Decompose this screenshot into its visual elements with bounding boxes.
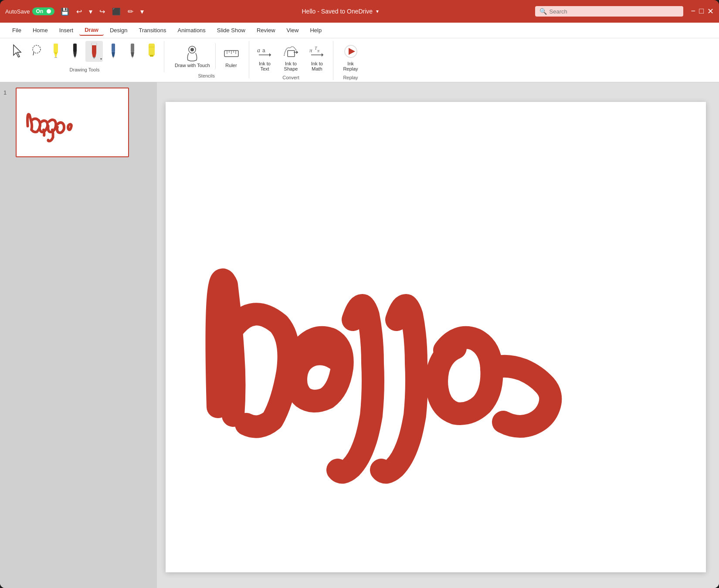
replay-group: Ink Replay Replay xyxy=(333,41,368,80)
gray-pen-button[interactable] xyxy=(124,41,141,62)
convert-group: a a Ink to Text Ink to Shape xyxy=(249,41,333,80)
titlebar-icons: 💾 ↩ ▾ ↪ ⬛ ✏ ▾ xyxy=(59,6,146,17)
svg-rect-21 xyxy=(150,55,153,57)
replay-label: Replay xyxy=(343,73,358,80)
blue-pen-icon xyxy=(109,43,118,59)
slide-panel: 1 xyxy=(0,82,157,588)
ruler-label: Ruler xyxy=(225,63,237,68)
search-input[interactable] xyxy=(549,8,679,15)
slide-thumb-hello-svg xyxy=(17,88,128,156)
maximize-icon[interactable]: □ xyxy=(699,7,704,16)
svg-marker-12 xyxy=(92,53,96,57)
lasso-tool-button[interactable] xyxy=(28,41,45,61)
redo-icon[interactable]: ↪ xyxy=(98,6,107,17)
drawing-tools-label: Drawing Tools xyxy=(70,65,100,72)
yellow-marker-icon xyxy=(147,43,156,59)
svg-rect-3 xyxy=(54,44,58,53)
arrow-select-icon xyxy=(11,43,24,59)
svg-marker-9 xyxy=(74,57,76,58)
ink-to-shape-button[interactable]: Ink to Shape xyxy=(279,41,303,73)
ink-to-text-label: Ink to Text xyxy=(259,61,271,71)
svg-marker-16 xyxy=(112,57,114,58)
main-slide-area[interactable] xyxy=(157,82,719,588)
svg-rect-7 xyxy=(73,44,77,52)
black-pen-icon xyxy=(70,43,80,59)
search-box[interactable]: 🔍 xyxy=(535,6,683,17)
ink-to-math-icon: π T π xyxy=(308,43,327,61)
svg-marker-8 xyxy=(73,52,77,57)
file-chevron-icon[interactable]: ▾ xyxy=(376,8,379,14)
minimize-icon[interactable]: − xyxy=(691,7,696,16)
svg-marker-18 xyxy=(131,52,134,57)
autosave-section: AutoSave On xyxy=(5,7,54,15)
ink-to-math-label: Ink to Math xyxy=(311,61,323,71)
convert-label: Convert xyxy=(282,73,299,80)
svg-point-24 xyxy=(190,48,194,51)
menu-bar: File Home Insert Draw Design Transitions… xyxy=(0,23,719,38)
save-icon[interactable]: 💾 xyxy=(59,6,71,17)
svg-marker-15 xyxy=(112,52,115,57)
draw-with-touch-button[interactable]: Draw with Touch xyxy=(170,43,216,70)
customize-icon[interactable]: ▾ xyxy=(139,6,146,17)
present-icon[interactable]: ⬛ xyxy=(110,6,122,17)
yellow-highlighter-button[interactable] xyxy=(47,41,64,62)
menu-slideshow[interactable]: Slide Show xyxy=(212,25,251,35)
red-pen-button[interactable]: ▾ xyxy=(85,41,103,62)
black-pen-button[interactable] xyxy=(66,41,84,62)
slide-thumbnail[interactable] xyxy=(16,88,129,157)
draw-with-touch-icon xyxy=(183,44,201,63)
menu-design[interactable]: Design xyxy=(105,25,132,35)
ink-replay-label: Ink Replay xyxy=(343,61,358,71)
svg-marker-13 xyxy=(93,57,95,59)
undo-dropdown-icon[interactable]: ▾ xyxy=(87,6,94,17)
ribbon: ▾ xyxy=(0,38,719,82)
draw-with-touch-label: Draw with Touch xyxy=(175,63,210,68)
stencils-label: Stencils xyxy=(198,71,215,78)
ink-to-shape-label: Ink to Shape xyxy=(284,61,298,71)
touch-icon[interactable]: ✏ xyxy=(126,6,135,17)
svg-rect-34 xyxy=(288,51,295,57)
ink-replay-button[interactable]: Ink Replay xyxy=(337,41,365,73)
autosave-label: AutoSave xyxy=(5,8,30,15)
ink-to-text-button[interactable]: a a Ink to Text xyxy=(253,41,277,73)
menu-view[interactable]: View xyxy=(281,25,304,35)
menu-file[interactable]: File xyxy=(7,25,27,35)
svg-rect-4 xyxy=(54,52,57,54)
slide-number: 1 xyxy=(3,88,12,96)
undo-icon[interactable]: ↩ xyxy=(75,6,84,17)
title-bar: AutoSave On 💾 ↩ ▾ ↪ ⬛ ✏ ▾ Hello - Saved … xyxy=(0,0,719,23)
blue-pen-button[interactable] xyxy=(105,41,122,62)
svg-marker-0 xyxy=(14,45,21,57)
ink-to-math-button[interactable]: π T π Ink to Math xyxy=(305,41,329,73)
svg-marker-41 xyxy=(349,48,355,55)
autosave-toggle[interactable]: On xyxy=(32,7,54,15)
gray-pen-icon xyxy=(128,43,137,59)
select-tool-button[interactable] xyxy=(9,41,26,61)
svg-rect-10 xyxy=(92,43,97,45)
yellow-marker-button[interactable] xyxy=(143,41,160,62)
ink-replay-icon xyxy=(342,43,360,61)
ink-to-shape-icon xyxy=(281,43,301,61)
ruler-button[interactable]: Ruler xyxy=(219,43,244,70)
menu-help[interactable]: Help xyxy=(305,25,327,35)
file-title: Hello - Saved to OneDrive ▾ xyxy=(150,8,531,15)
menu-animations[interactable]: Animations xyxy=(173,25,211,35)
search-icon: 🔍 xyxy=(539,8,547,15)
svg-rect-14 xyxy=(112,44,115,52)
pen-dropdown-icon[interactable]: ▾ xyxy=(100,57,102,61)
file-name: Hello - Saved to OneDrive xyxy=(302,8,373,15)
menu-draw[interactable]: Draw xyxy=(79,25,104,36)
menu-transitions[interactable]: Transitions xyxy=(133,25,171,35)
svg-text:π: π xyxy=(309,47,312,54)
svg-text:π: π xyxy=(317,48,320,53)
svg-marker-33 xyxy=(269,53,271,57)
main-slide[interactable] xyxy=(166,102,706,572)
menu-review[interactable]: Review xyxy=(251,25,281,35)
menu-home[interactable]: Home xyxy=(27,25,53,35)
svg-rect-11 xyxy=(92,45,96,53)
svg-text:a: a xyxy=(257,47,260,54)
ink-to-text-icon: a a xyxy=(255,43,275,61)
close-icon[interactable]: ✕ xyxy=(707,7,714,16)
menu-insert[interactable]: Insert xyxy=(54,25,79,35)
svg-marker-39 xyxy=(322,53,323,57)
